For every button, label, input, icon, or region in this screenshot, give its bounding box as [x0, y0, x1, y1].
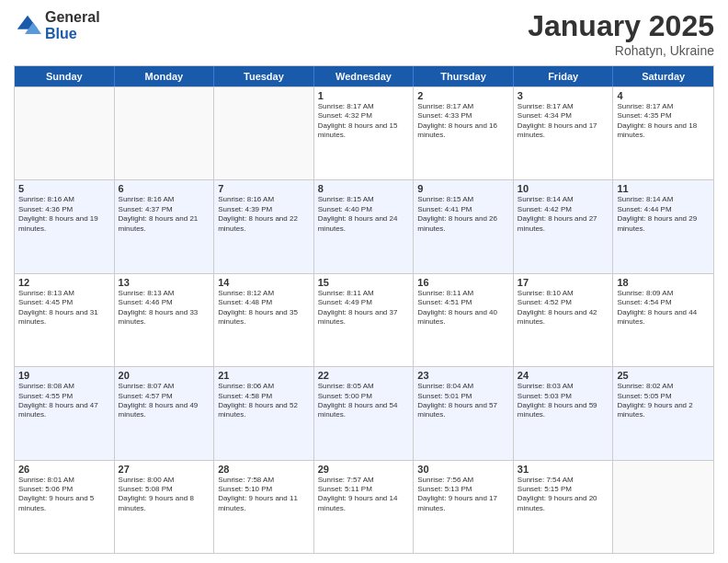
day-number: 1 — [318, 90, 410, 101]
cell-info: Sunrise: 8:01 AM Sunset: 5:06 PM Dayligh… — [18, 476, 110, 514]
day-cell-2: 2Sunrise: 8:17 AM Sunset: 4:33 PM Daylig… — [414, 87, 514, 179]
calendar-title: January 2025 — [528, 9, 714, 43]
cell-info: Sunrise: 8:14 AM Sunset: 4:44 PM Dayligh… — [617, 195, 710, 234]
cell-info: Sunrise: 8:17 AM Sunset: 4:33 PM Dayligh… — [417, 102, 509, 141]
logo: General Blue — [14, 9, 100, 41]
cell-info: Sunrise: 8:08 AM Sunset: 4:55 PM Dayligh… — [18, 382, 110, 420]
day-cell-17: 17Sunrise: 8:10 AM Sunset: 4:52 PM Dayli… — [514, 274, 614, 366]
day-number: 12 — [18, 277, 110, 288]
header-cell-monday: Monday — [115, 66, 215, 86]
header-cell-thursday: Thursday — [414, 66, 514, 86]
day-cell-7: 7Sunrise: 8:16 AM Sunset: 4:39 PM Daylig… — [214, 180, 314, 272]
day-cell-24: 24Sunrise: 8:03 AM Sunset: 5:03 PM Dayli… — [514, 367, 614, 459]
day-number: 27 — [119, 464, 210, 475]
empty-cell-4-6 — [613, 461, 713, 553]
day-cell-23: 23Sunrise: 8:04 AM Sunset: 5:01 PM Dayli… — [414, 367, 514, 459]
day-number: 29 — [318, 464, 410, 475]
cell-info: Sunrise: 8:05 AM Sunset: 5:00 PM Dayligh… — [318, 382, 410, 420]
header-cell-wednesday: Wednesday — [314, 66, 415, 86]
day-number: 18 — [617, 277, 710, 288]
day-number: 7 — [218, 183, 310, 194]
cell-info: Sunrise: 8:16 AM Sunset: 4:39 PM Dayligh… — [218, 195, 310, 234]
cell-info: Sunrise: 8:13 AM Sunset: 4:46 PM Dayligh… — [119, 289, 210, 327]
cell-info: Sunrise: 8:11 AM Sunset: 4:49 PM Dayligh… — [318, 289, 410, 327]
day-cell-18: 18Sunrise: 8:09 AM Sunset: 4:54 PM Dayli… — [613, 274, 713, 366]
day-number: 5 — [18, 183, 110, 194]
day-number: 15 — [318, 277, 410, 288]
day-number: 2 — [417, 90, 509, 101]
day-number: 24 — [518, 370, 609, 381]
calendar-row-3: 12Sunrise: 8:13 AM Sunset: 4:45 PM Dayli… — [15, 273, 713, 366]
calendar-row-5: 26Sunrise: 8:01 AM Sunset: 5:06 PM Dayli… — [15, 460, 713, 553]
day-cell-20: 20Sunrise: 8:07 AM Sunset: 4:57 PM Dayli… — [115, 367, 215, 459]
cell-info: Sunrise: 8:04 AM Sunset: 5:01 PM Dayligh… — [417, 382, 509, 420]
day-cell-10: 10Sunrise: 8:14 AM Sunset: 4:42 PM Dayli… — [514, 180, 614, 272]
cell-info: Sunrise: 8:14 AM Sunset: 4:42 PM Dayligh… — [518, 195, 609, 234]
logo-icon — [14, 12, 41, 40]
day-number: 3 — [518, 90, 609, 101]
day-number: 17 — [518, 277, 609, 288]
day-cell-14: 14Sunrise: 8:12 AM Sunset: 4:48 PM Dayli… — [214, 274, 314, 366]
day-cell-16: 16Sunrise: 8:11 AM Sunset: 4:51 PM Dayli… — [414, 274, 514, 366]
day-cell-26: 26Sunrise: 8:01 AM Sunset: 5:06 PM Dayli… — [15, 461, 115, 553]
day-cell-8: 8Sunrise: 8:15 AM Sunset: 4:40 PM Daylig… — [314, 180, 415, 272]
cell-info: Sunrise: 8:11 AM Sunset: 4:51 PM Dayligh… — [417, 289, 509, 327]
logo-general-text: General — [45, 9, 100, 26]
day-cell-22: 22Sunrise: 8:05 AM Sunset: 5:00 PM Dayli… — [314, 367, 415, 459]
day-cell-29: 29Sunrise: 7:57 AM Sunset: 5:11 PM Dayli… — [314, 461, 415, 553]
calendar: SundayMondayTuesdayWednesdayThursdayFrid… — [14, 65, 714, 554]
logo-text: General Blue — [45, 9, 100, 41]
cell-info: Sunrise: 8:09 AM Sunset: 4:54 PM Dayligh… — [617, 289, 710, 327]
day-number: 6 — [119, 183, 210, 194]
day-cell-27: 27Sunrise: 8:00 AM Sunset: 5:08 PM Dayli… — [115, 461, 215, 553]
day-number: 16 — [417, 277, 509, 288]
day-number: 31 — [518, 464, 609, 475]
day-cell-6: 6Sunrise: 8:16 AM Sunset: 4:37 PM Daylig… — [115, 180, 215, 272]
calendar-body: 1Sunrise: 8:17 AM Sunset: 4:32 PM Daylig… — [15, 86, 713, 553]
calendar-row-4: 19Sunrise: 8:08 AM Sunset: 4:55 PM Dayli… — [15, 366, 713, 459]
day-number: 9 — [417, 183, 509, 194]
logo-blue-text: Blue — [45, 26, 100, 42]
day-cell-21: 21Sunrise: 8:06 AM Sunset: 4:58 PM Dayli… — [214, 367, 314, 459]
day-number: 21 — [218, 370, 310, 381]
cell-info: Sunrise: 7:54 AM Sunset: 5:15 PM Dayligh… — [518, 476, 609, 514]
day-cell-25: 25Sunrise: 8:02 AM Sunset: 5:05 PM Dayli… — [613, 367, 713, 459]
day-cell-31: 31Sunrise: 7:54 AM Sunset: 5:15 PM Dayli… — [514, 461, 614, 553]
day-number: 25 — [617, 370, 710, 381]
cell-info: Sunrise: 8:10 AM Sunset: 4:52 PM Dayligh… — [518, 289, 609, 327]
cell-info: Sunrise: 8:17 AM Sunset: 4:32 PM Dayligh… — [318, 102, 410, 141]
day-number: 14 — [218, 277, 310, 288]
header-cell-tuesday: Tuesday — [214, 66, 314, 86]
header: General Blue January 2025 Rohatyn, Ukrai… — [14, 9, 714, 58]
header-cell-friday: Friday — [514, 66, 614, 86]
cell-info: Sunrise: 8:15 AM Sunset: 4:40 PM Dayligh… — [318, 195, 410, 234]
day-number: 22 — [318, 370, 410, 381]
calendar-header-row: SundayMondayTuesdayWednesdayThursdayFrid… — [15, 66, 713, 86]
day-cell-5: 5Sunrise: 8:16 AM Sunset: 4:36 PM Daylig… — [15, 180, 115, 272]
cell-info: Sunrise: 7:57 AM Sunset: 5:11 PM Dayligh… — [318, 476, 410, 514]
day-cell-15: 15Sunrise: 8:11 AM Sunset: 4:49 PM Dayli… — [314, 274, 415, 366]
day-cell-28: 28Sunrise: 7:58 AM Sunset: 5:10 PM Dayli… — [214, 461, 314, 553]
day-cell-3: 3Sunrise: 8:17 AM Sunset: 4:34 PM Daylig… — [514, 87, 614, 179]
day-number: 23 — [417, 370, 509, 381]
day-number: 11 — [617, 183, 710, 194]
day-number: 8 — [318, 183, 410, 194]
empty-cell-0-0 — [15, 87, 115, 179]
day-number: 30 — [417, 464, 509, 475]
cell-info: Sunrise: 7:56 AM Sunset: 5:13 PM Dayligh… — [417, 476, 509, 514]
day-cell-9: 9Sunrise: 8:15 AM Sunset: 4:41 PM Daylig… — [414, 180, 514, 272]
cell-info: Sunrise: 8:06 AM Sunset: 4:58 PM Dayligh… — [218, 382, 310, 420]
cell-info: Sunrise: 7:58 AM Sunset: 5:10 PM Dayligh… — [218, 476, 310, 514]
day-cell-12: 12Sunrise: 8:13 AM Sunset: 4:45 PM Dayli… — [15, 274, 115, 366]
day-number: 26 — [18, 464, 110, 475]
day-cell-13: 13Sunrise: 8:13 AM Sunset: 4:46 PM Dayli… — [115, 274, 215, 366]
cell-info: Sunrise: 8:12 AM Sunset: 4:48 PM Dayligh… — [218, 289, 310, 327]
cell-info: Sunrise: 8:07 AM Sunset: 4:57 PM Dayligh… — [119, 382, 210, 420]
page: General Blue January 2025 Rohatyn, Ukrai… — [0, 0, 728, 563]
cell-info: Sunrise: 8:00 AM Sunset: 5:08 PM Dayligh… — [119, 476, 210, 514]
calendar-row-1: 1Sunrise: 8:17 AM Sunset: 4:32 PM Daylig… — [15, 86, 713, 179]
cell-info: Sunrise: 8:16 AM Sunset: 4:37 PM Dayligh… — [119, 195, 210, 234]
day-cell-19: 19Sunrise: 8:08 AM Sunset: 4:55 PM Dayli… — [15, 367, 115, 459]
cell-info: Sunrise: 8:17 AM Sunset: 4:35 PM Dayligh… — [617, 102, 710, 141]
day-cell-30: 30Sunrise: 7:56 AM Sunset: 5:13 PM Dayli… — [414, 461, 514, 553]
